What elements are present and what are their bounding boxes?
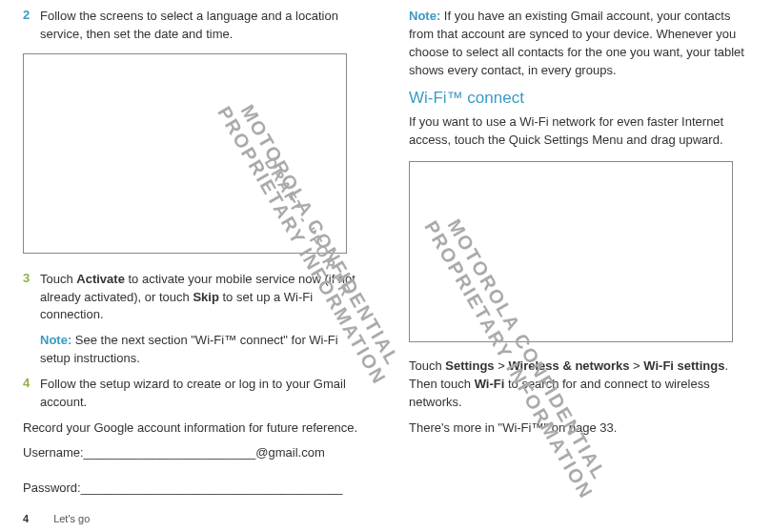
wifi-label: Wi-Fi xyxy=(475,377,505,391)
note-label: Note: xyxy=(409,9,444,23)
note-text: If you have an existing Gmail account, y… xyxy=(409,9,744,77)
step-number: 3 xyxy=(23,271,40,285)
settings-path: Touch Settings > Wireless & networks > W… xyxy=(409,358,757,412)
section-name: Let's go xyxy=(53,513,90,524)
screenshot-placeholder xyxy=(23,53,347,254)
password-blank: ______________________________________ xyxy=(81,481,343,495)
step-text: Follow the setup wizard to create or log… xyxy=(40,376,371,412)
username-blank: _________________________ xyxy=(84,445,256,460)
step-4: 4 Follow the setup wizard to create or l… xyxy=(23,376,371,412)
text: > xyxy=(495,358,509,373)
left-column: 2 Follow the screens to select a languag… xyxy=(23,8,371,515)
password-label: Password: xyxy=(23,481,81,495)
settings-label: Settings xyxy=(445,358,494,373)
page-footer: 4Let's go xyxy=(23,513,90,524)
note-block: Note: See the next section "Wi-Fi™ conne… xyxy=(40,332,371,368)
text: > xyxy=(629,358,643,373)
password-field: Password:_______________________________… xyxy=(23,480,371,498)
activate-label: Activate xyxy=(76,272,125,286)
username-suffix: @gmail.com xyxy=(255,445,324,460)
step-2: 2 Follow the screens to select a languag… xyxy=(23,8,371,44)
wifi-intro: If you want to use a Wi-Fi network for e… xyxy=(409,113,757,150)
wifi-settings-label: Wi-Fi settings xyxy=(643,358,724,373)
skip-label: Skip xyxy=(193,290,218,304)
page-number: 4 xyxy=(23,513,29,524)
text: Touch xyxy=(409,358,445,373)
step-number: 4 xyxy=(23,376,40,390)
username-label: Username: xyxy=(23,445,84,460)
wifi-heading: Wi-Fi™ connect xyxy=(409,89,757,108)
wireless-networks-label: Wireless & networks xyxy=(508,358,629,373)
record-info: Record your Google account information f… xyxy=(23,419,371,438)
text: Touch xyxy=(40,272,76,286)
username-field: Username:_________________________@gmail… xyxy=(23,444,371,462)
step-text: Follow the screens to select a language … xyxy=(40,8,371,44)
right-column: Note: If you have an existing Gmail acco… xyxy=(409,8,757,515)
top-note: Note: If you have an existing Gmail acco… xyxy=(409,8,757,79)
step-text: Touch Activate to activate your mobile s… xyxy=(40,271,371,325)
note-text: See the next section "Wi-Fi™ connect" fo… xyxy=(40,333,338,365)
note-label: Note: xyxy=(40,333,75,347)
screenshot-placeholder xyxy=(409,161,733,342)
more-info: There's more in "Wi-Fi™" on page 33. xyxy=(409,419,757,438)
step-number: 2 xyxy=(23,8,40,22)
step-3: 3 Touch Activate to activate your mobile… xyxy=(23,271,371,325)
